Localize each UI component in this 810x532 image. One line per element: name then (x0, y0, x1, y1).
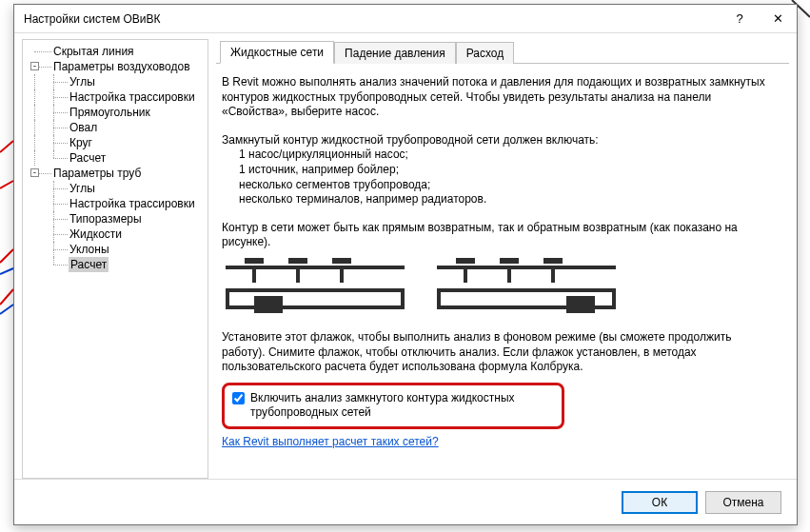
tree-item-hidden-line[interactable]: Скрытая линия (53, 44, 134, 59)
requirement-3: несколько сегментов трубопровода; (239, 178, 778, 193)
tree-item-pipe-fluids[interactable]: Жидкости (69, 227, 122, 242)
tree-item-pipe-params[interactable]: Параметры труб (53, 166, 141, 181)
tree-item-duct-calc[interactable]: Расчет (69, 150, 106, 166)
diagram-reverse-return (433, 258, 620, 319)
requirements-header: Замкнутый контур жидкостной трубопроводн… (222, 133, 778, 148)
tree-item-duct-rect[interactable]: Прямоугольник (69, 105, 150, 120)
category-tree[interactable]: Скрытая линия - Параметры воздуховодов У… (22, 39, 208, 479)
tree-item-duct-angles[interactable]: Углы (69, 74, 95, 89)
tree-item-duct-routing[interactable]: Настройка трассировки (69, 89, 195, 105)
requirement-1: 1 насос/циркуляционный насос; (239, 148, 778, 163)
tree-expander-pipes[interactable]: - (30, 168, 39, 177)
requirements-block: Замкнутый контур жидкостной трубопроводн… (222, 133, 778, 207)
tree-item-duct-params[interactable]: Параметры воздуховодов (53, 59, 190, 74)
settings-dialog: Настройки систем ОВиВК ? ✕ Скрытая линия… (13, 4, 798, 525)
tree-item-pipe-sizes[interactable]: Типоразмеры (69, 211, 142, 227)
diagram-row (222, 258, 778, 319)
ok-button[interactable]: ОК (622, 491, 698, 514)
enable-analysis-label: Включить анализ замкнутого контура жидко… (250, 391, 554, 421)
tree-item-pipe-calc-selected[interactable]: Расчет (69, 257, 109, 272)
tab-fluid-networks[interactable]: Жидкостные сети (220, 41, 334, 64)
tab-flow[interactable]: Расход (456, 42, 515, 64)
close-icon[interactable]: ✕ (759, 5, 797, 33)
titlebar: Настройки систем ОВиВК ? ✕ (14, 5, 797, 33)
tab-content: В Revit можно выполнять анализ значений … (216, 64, 789, 454)
tab-pressure-drop[interactable]: Падение давления (334, 42, 456, 64)
tree-item-duct-oval[interactable]: Овал (69, 120, 97, 135)
diagram-direct-return (222, 258, 408, 319)
tree-item-pipe-slopes[interactable]: Уклоны (69, 242, 109, 257)
tree-expander-ducts[interactable]: - (30, 62, 39, 70)
requirement-4: несколько терминалов, например радиаторо… (239, 192, 778, 207)
tree-item-pipe-routing[interactable]: Настройка трассировки (69, 196, 195, 211)
tree-item-pipe-angles[interactable]: Углы (69, 181, 95, 196)
help-link[interactable]: Как Revit выполняет расчет таких сетей? (222, 435, 439, 448)
highlight-box: Включить анализ замкнутого контура жидко… (222, 383, 564, 429)
loop-note: Контур в сети может быть как прямым возв… (222, 221, 778, 250)
intro-text: В Revit можно выполнять анализ значений … (222, 75, 778, 120)
cancel-button[interactable]: Отмена (705, 491, 781, 514)
help-icon[interactable]: ? (721, 5, 759, 33)
content-pane: Жидкостные сети Падение давления Расход … (216, 39, 789, 479)
dialog-footer: ОК Отмена (14, 479, 797, 524)
dialog-title: Настройки систем ОВиВК (24, 12, 721, 26)
enable-analysis-row[interactable]: Включить анализ замкнутого контура жидко… (232, 391, 554, 421)
enable-analysis-checkbox[interactable] (232, 392, 245, 404)
checkbox-help: Установите этот флажок, чтобы выполнить … (222, 330, 778, 375)
tab-strip: Жидкостные сети Падение давления Расход (216, 39, 789, 64)
tree-item-duct-round[interactable]: Круг (69, 135, 92, 150)
requirement-2: 1 источник, например бойлер; (239, 163, 778, 178)
